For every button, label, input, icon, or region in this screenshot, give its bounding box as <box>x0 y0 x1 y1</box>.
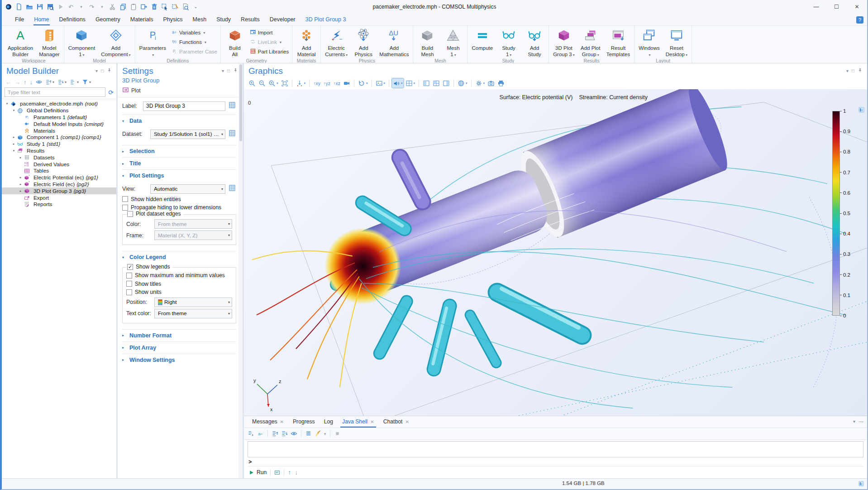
tree-expander[interactable]: ▸ <box>11 135 16 139</box>
groupbox-checkbox[interactable]: ✓Show legends <box>126 264 172 270</box>
zoom-extents-button[interactable] <box>280 78 289 88</box>
go-to-source-icon[interactable] <box>228 184 236 194</box>
section-header-data[interactable]: ▾Data <box>122 115 236 127</box>
node-insert-icon[interactable] <box>248 430 254 437</box>
ribbon-add-component[interactable]: AddComponent▾ <box>98 26 133 58</box>
save-icon[interactable] <box>36 3 43 11</box>
duplicate-icon[interactable] <box>140 3 148 11</box>
ribbon-livelink[interactable]: LiveLink▾ <box>250 38 289 47</box>
float-icon[interactable]: □ <box>852 68 854 73</box>
minimize-panel-icon[interactable]: — <box>859 419 863 424</box>
checkbox-show-maximum-and-minimum-values[interactable]: Show maximum and minimum values <box>126 272 232 279</box>
zoom-in-button[interactable] <box>248 78 257 88</box>
menu-study[interactable]: Study <box>211 14 236 25</box>
print-button[interactable] <box>496 78 506 88</box>
collapse-arrow-icon[interactable]: ▾ <box>57 79 67 85</box>
scene-light-button[interactable]: ▾ <box>392 78 404 88</box>
ribbon-part-libraries[interactable]: Part Libraries <box>250 48 289 56</box>
funnel-icon[interactable]: ▾ <box>82 79 91 85</box>
chev-sm-icon[interactable]: ▾ <box>98 3 106 11</box>
groupbox-checkbox[interactable]: Plot dataset edges <box>126 211 183 217</box>
tree-filter-input[interactable] <box>5 87 105 97</box>
select-position[interactable]: Right▾ <box>154 298 232 307</box>
pin-icon[interactable] <box>233 68 238 74</box>
chevron-down-icon[interactable]: ▾ <box>853 419 855 424</box>
tree-item-results[interactable]: ▾Results <box>2 148 116 154</box>
select-dataset[interactable]: Study 1/Solution 1 (sol1) {dset1}▾ <box>150 130 225 139</box>
tree-item-materials[interactable]: Materials <box>2 127 116 134</box>
tree-expander[interactable]: ▸ <box>11 142 16 146</box>
tree-expander[interactable]: ▸ <box>18 189 23 193</box>
tree-expander[interactable]: ▾ <box>5 102 10 106</box>
save-search-icon[interactable] <box>46 3 54 11</box>
delete-icon[interactable] <box>150 3 158 11</box>
tree-item-component-1[interactable]: ▸Component 1(comp1) {comp1} <box>2 134 116 141</box>
tree-item-derived-values[interactable]: 8.85e-12Derived Values <box>2 161 116 168</box>
tree-expander[interactable]: ▸ <box>18 183 23 186</box>
ribbon-functions[interactable]: f(x)Functions▾ <box>171 38 217 47</box>
a-eq-t-icon[interactable]: a= <box>257 430 264 437</box>
arrow-up-icon[interactable]: ↑ <box>288 469 291 476</box>
expand-arrow-icon[interactable] <box>272 430 278 437</box>
tab-messages[interactable]: Messages✕ <box>248 417 288 428</box>
tab-log[interactable]: Log <box>320 417 338 428</box>
ribbon-compute[interactable]: Compute <box>469 26 496 58</box>
refresh-icon[interactable]: ⟳ <box>108 89 114 96</box>
select-box-icon[interactable] <box>161 3 168 11</box>
camera-movie-button[interactable] <box>342 78 351 88</box>
select-textcolor[interactable]: From theme▾ <box>154 309 232 318</box>
ribbon-reset-desktop[interactable]: ResetDesktop▾ <box>663 26 690 58</box>
tree-item-global-definitions[interactable]: ▾Global Definitions <box>2 107 116 114</box>
ribbon-parameters[interactable]: PiParameters▾ <box>137 26 169 58</box>
search-doc-icon[interactable] <box>181 3 189 11</box>
close-icon[interactable]: ✕ <box>370 419 374 424</box>
menu-mesh[interactable]: Mesh <box>188 14 212 25</box>
play-icon[interactable] <box>57 3 64 11</box>
tree-item-default-model-inputs[interactable]: Default Model Inputs{cminpt} <box>2 120 116 127</box>
tab-chatbot[interactable]: Chatbot✕ <box>379 417 414 428</box>
chev-sm-icon[interactable]: ▾ <box>77 3 85 11</box>
tree-expander[interactable]: ▸ <box>18 176 23 179</box>
ribbon-result-templates[interactable]: ResultTemplates <box>604 26 633 58</box>
ribbon-add-physics[interactable]: AddPhysics <box>351 26 376 58</box>
minimize-button[interactable]: — <box>806 0 826 14</box>
collapse-toolbar-icon[interactable]: ⌄ <box>192 3 200 11</box>
ribbon-add-plot-group[interactable]: Add PlotGroup▾ <box>578 26 603 58</box>
win-side-button[interactable] <box>442 78 451 88</box>
tree-item-study-1[interactable]: ▸Study 1{std1} <box>2 141 116 148</box>
tree-item-3d-plot-group-3[interactable]: ▸3D Plot Group 3{pg3} <box>2 187 116 194</box>
zoom-in-button[interactable]: ▾ <box>267 78 279 88</box>
menu-materials[interactable]: Materials <box>125 14 158 25</box>
section-header-color-legend[interactable]: ▾Color Legend <box>122 251 236 263</box>
section-header-plot-settings[interactable]: ▾Plot Settings <box>122 170 236 182</box>
settings-scrollbar[interactable] <box>238 63 243 478</box>
list-block-icon[interactable] <box>305 430 312 437</box>
select-view[interactable]: Automatic▾ <box>150 184 225 194</box>
label-field[interactable] <box>143 101 225 111</box>
broom-icon[interactable] <box>315 430 321 437</box>
section-header-title[interactable]: ▸Title <box>122 158 236 169</box>
tree-expander[interactable]: ▾ <box>11 109 16 112</box>
checkbox-show-units[interactable]: Show units <box>126 289 232 295</box>
gear-button[interactable]: ▾ <box>474 78 486 88</box>
panel-header-buttons[interactable]: ▾□ <box>222 68 238 74</box>
section-header-window-settings[interactable]: ▸Window Settings <box>122 354 236 366</box>
tree-options-icon[interactable]: ▾ <box>70 79 79 85</box>
tab-progress[interactable]: Progress <box>288 417 320 428</box>
go-to-source-icon[interactable] <box>228 129 236 139</box>
console-icon[interactable] <box>274 470 280 476</box>
globe-button[interactable]: ▾ <box>457 78 468 88</box>
ribbon-application-builder[interactable]: AApplicationBuilder <box>5 26 36 58</box>
rotate-button[interactable]: ▾ <box>357 78 369 88</box>
tab-java-shell[interactable]: Java Shell✕ <box>338 417 379 428</box>
eye-icon[interactable] <box>291 430 297 437</box>
java-shell-input[interactable] <box>248 441 863 457</box>
menu-file[interactable]: File <box>10 14 29 25</box>
tree-item-datasets[interactable]: ▸Datasets <box>2 154 116 161</box>
ribbon-build-all[interactable]: BuildAll <box>222 26 248 58</box>
go-default-view-button[interactable]: ▾ <box>295 78 307 88</box>
maximize-button[interactable]: ☐ <box>826 0 847 14</box>
ribbon-electric-currents[interactable]: +−ElectricCurrents▾ <box>322 26 350 58</box>
chevron-down-icon[interactable]: ▾ <box>846 68 849 73</box>
ribbon-add-study[interactable]: AddStudy <box>522 26 547 58</box>
